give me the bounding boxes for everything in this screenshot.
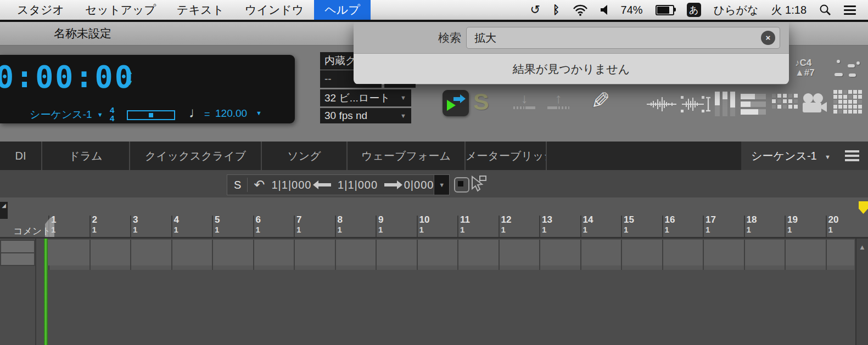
- bar-gridline: [662, 240, 663, 265]
- punch-out-button[interactable]: ↑: [542, 92, 574, 109]
- selection-duration[interactable]: 0|000: [404, 179, 434, 191]
- help-search-field[interactable]: 拡大 ×: [466, 27, 780, 49]
- bar-ruler[interactable]: ◢ コメント 112131415161718191101111121131141…: [0, 197, 868, 239]
- tab-quickscribe[interactable]: クイックスクライブ: [130, 142, 262, 170]
- arrow-right-icon[interactable]: [384, 183, 397, 186]
- selection-end-time[interactable]: 1|1|000: [338, 179, 378, 191]
- ruler-beat-number: 1: [542, 225, 546, 234]
- arrow-left-icon[interactable]: [318, 183, 331, 186]
- tab-drum[interactable]: ドラム: [42, 142, 130, 170]
- time-display[interactable]: 0:00:00: [0, 59, 135, 94]
- input-method-badge[interactable]: あ: [687, 3, 701, 17]
- ruler-bar-tick: [417, 216, 418, 237]
- slider-thumb[interactable]: [149, 113, 153, 117]
- ruler-corner-box[interactable]: ◢: [0, 202, 8, 219]
- menu-window[interactable]: ウインドウ: [234, 0, 314, 20]
- scroll-up-icon[interactable]: ▲: [859, 243, 866, 251]
- bar-gridline: [826, 240, 827, 265]
- clear-search-button[interactable]: ×: [761, 31, 775, 45]
- strip-solo-button[interactable]: S: [234, 179, 241, 191]
- input-mode-label[interactable]: ひらがな: [714, 3, 759, 18]
- menu-setup[interactable]: セットアップ: [75, 0, 166, 20]
- bar-tick: [580, 265, 581, 270]
- notification-center-icon[interactable]: [844, 5, 856, 15]
- time-signature[interactable]: 44: [110, 106, 114, 122]
- waveform-select-icon[interactable]: [681, 96, 712, 112]
- app-menus: スタジオ セットアップ テキスト ウインドウ ヘルプ: [7, 0, 371, 20]
- grid-big-icon[interactable]: [833, 90, 862, 114]
- position-slider[interactable]: [127, 110, 175, 120]
- pencil-tool-icon[interactable]: ✎: [591, 87, 610, 114]
- ruler-bar-number: 5: [215, 214, 220, 225]
- bluetooth-icon[interactable]: ᛒ: [553, 3, 560, 16]
- wifi-icon[interactable]: [573, 4, 588, 16]
- time-spinner-up[interactable]: ▲: [126, 68, 133, 75]
- ruler-bar-tick: [89, 216, 91, 237]
- comment-cell[interactable]: [0, 252, 35, 266]
- selection-dropdown[interactable]: ▼: [434, 175, 449, 195]
- track-row[interactable]: [44, 240, 854, 265]
- tab-meter-bridge[interactable]: メーターブリッジ: [466, 142, 547, 170]
- playhead-flag[interactable]: [45, 218, 54, 237]
- track-area: ▲: [0, 239, 868, 345]
- grid-small-icon[interactable]: [772, 94, 798, 109]
- ruler-bar-number: 18: [747, 214, 757, 225]
- bar-tick: [417, 265, 418, 270]
- tempo-dropdown-icon[interactable]: ▼: [256, 110, 262, 116]
- ruler-beat-number: 1: [747, 225, 751, 234]
- bar-gridline: [335, 240, 336, 265]
- ruler-bar-number: 20: [828, 214, 839, 225]
- mixer-icon[interactable]: [715, 92, 735, 116]
- scattered-notes-icon[interactable]: [835, 59, 860, 80]
- ruler-beat-number: 1: [378, 225, 383, 234]
- pointer-flag-icon[interactable]: [470, 174, 488, 193]
- playhead-line[interactable]: [44, 239, 48, 345]
- tab-song[interactable]: ソング: [262, 142, 348, 170]
- menu-studio[interactable]: スタジオ: [7, 0, 75, 20]
- battery-icon[interactable]: [656, 5, 674, 15]
- solo-button[interactable]: S: [473, 88, 489, 115]
- bar-gridline: [417, 240, 418, 265]
- bar-tick: [89, 265, 91, 270]
- transport-counter: 0:00:00 ▲ ▼ シーケンス-1▼ 44 ♩ = 120.00 ▼: [0, 55, 295, 123]
- status-bar: ↺ ᛒ 74% あ ひらがな 火 1:18: [530, 0, 868, 20]
- menu-help[interactable]: ヘルプ: [314, 0, 370, 20]
- sequence-tab-selector[interactable]: シーケンス-1 ▼: [741, 142, 868, 170]
- sample-format-select[interactable]: 32 ビ...ロート▼: [320, 89, 411, 106]
- track-list-icon[interactable]: [741, 94, 766, 115]
- ruler-bar-number: 10: [419, 214, 430, 225]
- memory-play-button[interactable]: [443, 90, 469, 116]
- menu-clock[interactable]: 火 1:18: [771, 3, 807, 18]
- vertical-scrollbar[interactable]: ▲: [855, 239, 868, 345]
- ruler-bar-number: 17: [705, 214, 716, 225]
- yellow-marker[interactable]: [859, 201, 868, 214]
- spotlight-icon[interactable]: [819, 4, 831, 16]
- ruler-bar-tick: [457, 216, 458, 237]
- punch-in-button[interactable]: ↓: [508, 92, 540, 109]
- time-spinner-down[interactable]: ▼: [126, 79, 133, 86]
- tab-midi[interactable]: DI: [0, 142, 42, 170]
- tempo-value[interactable]: 120.00: [215, 108, 247, 120]
- waveform-edit-icon[interactable]: [647, 96, 676, 112]
- comment-cell[interactable]: [0, 240, 35, 252]
- time-machine-icon[interactable]: ↺: [530, 0, 540, 20]
- bar-tick: [212, 265, 213, 270]
- bar-tick: [662, 265, 663, 270]
- tab-waveform[interactable]: ウェーブフォーム: [348, 142, 466, 170]
- volume-icon[interactable]: [601, 5, 608, 15]
- sequence-selector[interactable]: シーケンス-1▼: [30, 108, 103, 122]
- stop-region-button[interactable]: [454, 177, 469, 193]
- bar-tick: [253, 265, 254, 270]
- movie-camera-icon[interactable]: [800, 93, 828, 115]
- menu-text[interactable]: テキスト: [166, 0, 234, 20]
- ruler-beat-number: 1: [665, 225, 669, 234]
- bar-gridline: [744, 240, 745, 265]
- bar-tick: [48, 265, 49, 270]
- ruler-bar-tick: [744, 216, 745, 237]
- bar-gridline: [130, 240, 131, 265]
- undo-icon[interactable]: ↶: [254, 179, 265, 190]
- frame-rate-select[interactable]: 30 fps nd▼: [320, 108, 411, 123]
- selection-start-time[interactable]: 1|1|000: [271, 179, 311, 191]
- ruler-beat-number: 1: [460, 225, 464, 234]
- sequence-menu-icon[interactable]: [845, 150, 859, 161]
